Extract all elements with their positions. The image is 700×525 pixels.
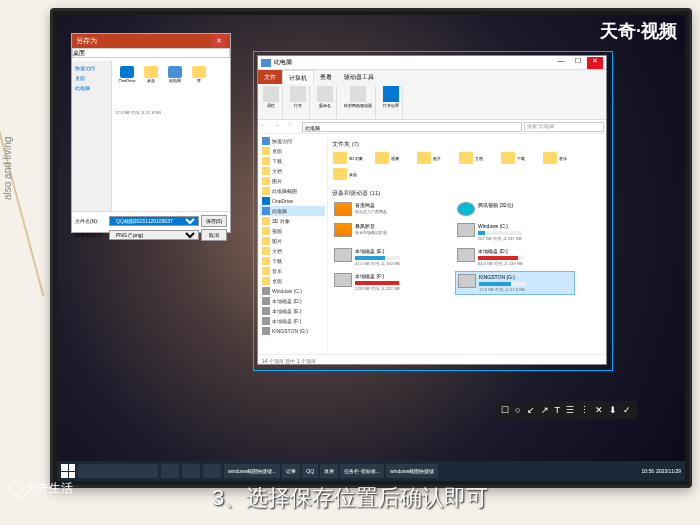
sidebar-item[interactable]: 图片 [260,236,325,246]
drive-item[interactable]: 腾讯视频 (32位) [455,200,575,218]
save-button[interactable]: 保存(S) [201,215,227,227]
sidebar-item[interactable]: 3D 对象 [260,216,325,226]
ribbon-network[interactable]: 映射网络驱动器 [341,86,376,118]
drive-item[interactable]: 百度网盘双击进入百度网盘 [332,200,452,218]
taskbar-task[interactable]: windows截图快捷键 [386,464,438,478]
folder-item[interactable]: 视频 [374,151,414,165]
snip-tool-2[interactable]: ↙ [527,405,535,415]
pinned-app[interactable] [182,464,200,478]
snip-tool-6[interactable]: ⋮ [580,405,589,415]
sidebar-item[interactable]: 桌面 [260,276,325,286]
tab-computer[interactable]: 计算机 [282,70,314,84]
folder-item[interactable]: 下载 [500,151,540,165]
snip-tool-3[interactable]: ↗ [541,405,549,415]
sidebar-item[interactable]: Windows (C:) [260,286,325,296]
folder-item[interactable]: 图片 [416,151,456,165]
snip-tool-1[interactable]: ○ [515,405,520,415]
system-tray[interactable]: 10:56 2023/11/29 [641,468,681,474]
sidebar-item[interactable]: 音乐 [260,266,325,276]
search-input[interactable]: 搜索"此电脑" [524,122,604,132]
snip-tool-4[interactable]: T [555,405,561,415]
drive-item[interactable]: 本地磁盘 (E:)47.5 GB 可用, 共 150 GB [332,246,452,268]
task-view-button[interactable] [161,464,179,478]
snip-tool-8[interactable]: ⬇ [609,405,617,415]
folder-item[interactable]: 桌面 [332,167,372,181]
pc-icon [168,66,182,78]
sidebar-item[interactable]: 视频 [260,226,325,236]
sidebar-item[interactable]: 快速访问 [260,136,325,146]
sidebar-icon [262,147,270,155]
up-button[interactable]: ↑ [288,122,300,132]
folder-item[interactable]: 文档 [458,151,498,165]
explorer-titlebar[interactable]: 此电脑 — ☐ ✕ [258,56,606,70]
snip-tool-5[interactable]: ☰ [566,405,574,415]
drive-item[interactable]: 暴风影音安卓市场高清影视 [332,221,452,243]
taskbar-task[interactable]: 录屏 [320,464,338,478]
sidebar-item[interactable]: 下载 [260,156,325,166]
minimize-button[interactable]: — [553,57,569,69]
back-button[interactable]: ← [260,122,272,132]
close-icon[interactable]: ✕ [212,34,226,48]
item-library[interactable]: 库 [189,66,209,88]
sidebar-item[interactable]: 下载 [260,256,325,266]
folder-item[interactable]: 音乐 [542,151,582,165]
sidebar-item[interactable]: 本地磁盘 (F:) [260,316,325,326]
nav-this-pc[interactable]: 此电脑 [74,83,109,93]
taskbar-task[interactable]: 任务栏-剪贴板... [340,464,384,478]
sidebar-icon [262,317,270,325]
address-bar[interactable]: 此电脑 [302,122,522,132]
dialog-file-area[interactable]: OneDrive 桌面 此电脑 库 17.3 GB 可用, 共 57.6 GB [112,61,230,211]
maximize-button[interactable]: ☐ [570,57,586,69]
dialog-titlebar[interactable]: 另存为 ✕ [72,34,230,48]
sidebar-item[interactable]: 此电脑 [260,206,325,216]
item-this-pc[interactable]: 此电脑 [165,66,185,88]
tab-file[interactable]: 文件 [258,70,282,84]
sidebar-item[interactable]: 本地磁盘 (D:) [260,296,325,306]
status-bar: 14 个项目 选中 1 个项目 [258,354,606,366]
sidebar-icon [262,277,270,285]
ribbon-rename[interactable]: 重命名 [314,86,337,118]
snip-tool-0[interactable]: ☐ [501,405,509,415]
cancel-button[interactable]: 取消 [201,229,227,241]
folder-item[interactable]: 3D 对象 [332,151,372,165]
drive-item[interactable]: Windows (C:)207 GB 可用, 共 237 GB [455,221,575,243]
start-button[interactable] [61,464,75,478]
sidebar-item[interactable]: KINGSTON (G:) [260,326,325,336]
item-onedrive[interactable]: OneDrive [117,66,137,88]
sidebar-item[interactable]: 桌面 [260,146,325,156]
filetype-select[interactable]: PNG (*.png) [109,230,199,240]
drive-item[interactable]: 本地磁盘 (F:)2.00 GB 可用, 共 232 GB [332,271,452,295]
taskbar-search[interactable] [78,464,158,478]
forward-button[interactable]: → [274,122,286,132]
item-desktop[interactable]: 桌面 [141,66,161,88]
ribbon-open[interactable]: 打开 [287,86,310,118]
sidebar-icon [262,137,270,145]
ribbon-properties[interactable]: 属性 [260,86,283,118]
sidebar-item[interactable]: 本地磁盘 (E:) [260,306,325,316]
drive-item[interactable]: 本地磁盘 (D:)64.0 GB 可用, 共 149 GB [455,246,575,268]
pinned-app[interactable] [203,464,221,478]
sidebar-item[interactable]: 图片 [260,176,325,186]
folders-section-title[interactable]: 文件夹 (7) [332,138,602,151]
sidebar-item[interactable]: 文档 [260,246,325,256]
devices-section-title[interactable]: 设备和驱动器 (11) [332,187,602,200]
nav-desktop[interactable]: 桌面 [74,73,109,83]
explorer-main[interactable]: 文件夹 (7) 3D 对象视频图片文档下载音乐桌面 设备和驱动器 (11) 百度… [328,134,606,354]
taskbar-task[interactable]: 记事 [282,464,300,478]
tab-drive-tools[interactable]: 驱动器工具 [338,70,380,84]
filename-input[interactable]: QQ截图20231129105637 [109,216,199,226]
sidebar-item[interactable]: 此电脑截图 [260,186,325,196]
explorer-title-text: 此电脑 [274,58,292,67]
taskbar-task[interactable]: windows截图快捷键... [224,464,280,478]
drive-item[interactable]: KINGSTON (G:)17.3 GB 可用, 共 57.6 GB [455,271,575,295]
ribbon-settings[interactable]: 打开设置 [380,86,403,118]
taskbar-task[interactable]: QQ [302,464,318,478]
close-button[interactable]: ✕ [587,57,603,69]
sidebar-item[interactable]: 文档 [260,166,325,176]
snip-tool-9[interactable]: ✓ [623,405,631,415]
snip-tool-7[interactable]: ✕ [595,405,603,415]
tab-view[interactable]: 查看 [314,70,338,84]
dialog-address-bar[interactable]: 桌面 [72,48,230,58]
nav-quick-access[interactable]: 快速访问 [74,63,109,73]
sidebar-item[interactable]: OneDrive [260,196,325,206]
